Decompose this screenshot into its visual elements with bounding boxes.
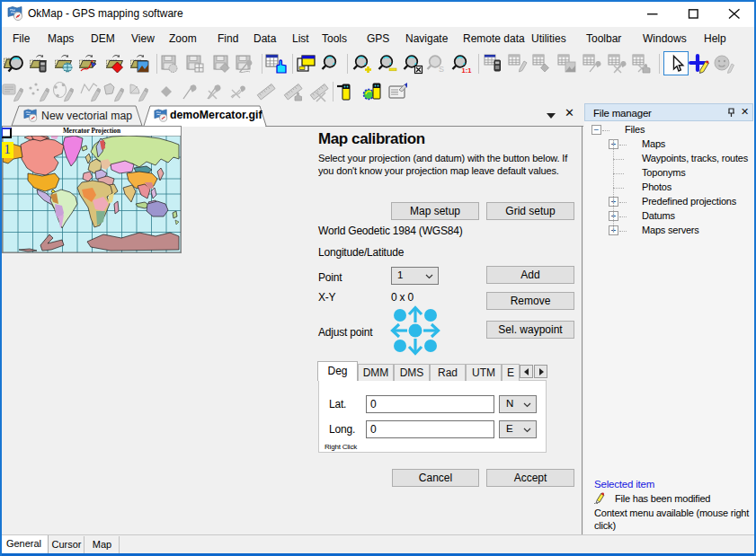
svg-text:1:1: 1:1 xyxy=(462,66,472,75)
svg-text:S: S xyxy=(439,65,444,74)
